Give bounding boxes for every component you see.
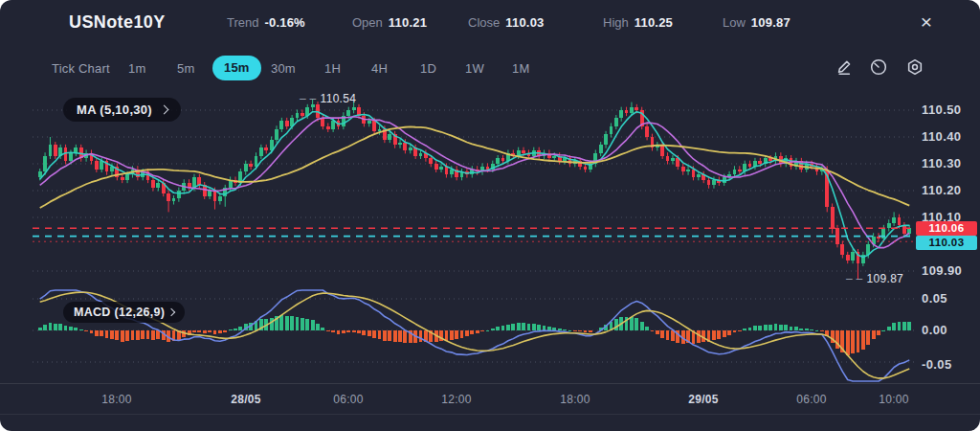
- price-tick: 110.50: [922, 102, 977, 118]
- macd-tick: 0.00: [922, 323, 977, 338]
- trading-chart-widget: USNote10Y Trend-0.16% Open110.21 Close11…: [0, 0, 980, 431]
- symbol-title: USNote10Y: [69, 12, 166, 33]
- stat-label: Trend: [227, 15, 258, 30]
- price-tick: 110.20: [922, 183, 977, 198]
- time-tick: 10:00: [863, 393, 924, 406]
- time-tick-date: 28/05: [215, 393, 277, 406]
- settings-gear-icon[interactable]: [905, 57, 926, 79]
- high-annotation-value: 110.54: [321, 92, 357, 105]
- draw-pencil-icon[interactable]: [835, 57, 856, 79]
- price-tick: 110.30: [922, 156, 977, 171]
- ma-lines: [40, 112, 910, 258]
- chevron-right-icon: [160, 105, 169, 115]
- tab-1d[interactable]: 1D: [420, 60, 436, 78]
- low-annotation: – –109.87: [846, 272, 903, 285]
- price-tick: 109.90: [922, 263, 977, 279]
- macd-tick: -0.05: [922, 357, 977, 373]
- ma-indicator-label: MA (5,10,30): [77, 102, 152, 117]
- time-tick: 18:00: [545, 393, 606, 406]
- tab-tick-chart[interactable]: Tick Chart: [52, 60, 110, 78]
- tab-15m-active[interactable]: 15m: [212, 56, 261, 80]
- dash-marker-icon: – –: [300, 92, 317, 105]
- stat-value: 110.21: [389, 15, 427, 30]
- chevron-right-icon: [167, 308, 175, 316]
- tab-1w[interactable]: 1W: [465, 60, 484, 78]
- stat-value: -0.16%: [264, 15, 304, 30]
- tab-1m[interactable]: 1m: [128, 60, 145, 78]
- ma5-line: [40, 112, 910, 258]
- close-price-badge: 110.03: [916, 236, 977, 250]
- stat-value: 110.03: [505, 15, 544, 30]
- stat-label: Open: [352, 15, 383, 30]
- time-tick: 06:00: [781, 393, 842, 406]
- stat-label: High: [603, 15, 629, 30]
- close-icon[interactable]: ×: [914, 10, 939, 34]
- footer-separator: [0, 414, 980, 415]
- stat-value: 110.25: [635, 15, 673, 30]
- countdown-dial-icon[interactable]: [869, 57, 890, 79]
- tab-1h[interactable]: 1H: [324, 60, 341, 78]
- low-annotation-value: 109.87: [867, 272, 904, 285]
- stat-value: 109.87: [751, 15, 791, 30]
- tab-1m-month[interactable]: 1M: [512, 60, 529, 78]
- time-tick: 06:00: [318, 393, 379, 406]
- stat-label: Close: [468, 15, 500, 30]
- stat-label: Low: [723, 15, 746, 30]
- time-tick: 18:00: [86, 393, 147, 406]
- last-price-badge: 110.06: [916, 221, 977, 236]
- stat-trend: Trend-0.16%: [227, 15, 305, 30]
- stat-open: Open110.21: [352, 15, 427, 30]
- chart-canvas[interactable]: [0, 0, 980, 431]
- price-lines: [33, 228, 915, 241]
- dash-marker-icon: – –: [846, 272, 863, 285]
- stat-close: Close110.03: [468, 15, 545, 30]
- macd-indicator-label: MACD (12,26,9): [74, 306, 165, 319]
- price-tick: 110.40: [922, 129, 977, 145]
- time-tick-date: 29/05: [673, 393, 734, 406]
- tab-4h[interactable]: 4H: [371, 60, 388, 78]
- ma-indicator-pill[interactable]: MA (5,10,30): [63, 98, 181, 122]
- time-tick: 12:00: [426, 393, 487, 406]
- macd-indicator-pill[interactable]: MACD (12,26,9): [63, 302, 185, 323]
- macd-tick: 0.05: [922, 291, 977, 306]
- stat-high: High110.25: [603, 15, 673, 30]
- high-annotation: – –110.54: [300, 92, 356, 105]
- tab-5m[interactable]: 5m: [177, 60, 194, 78]
- stat-low: Low109.87: [723, 15, 791, 30]
- axis-separator: [0, 383, 980, 384]
- tab-30m[interactable]: 30m: [271, 60, 296, 78]
